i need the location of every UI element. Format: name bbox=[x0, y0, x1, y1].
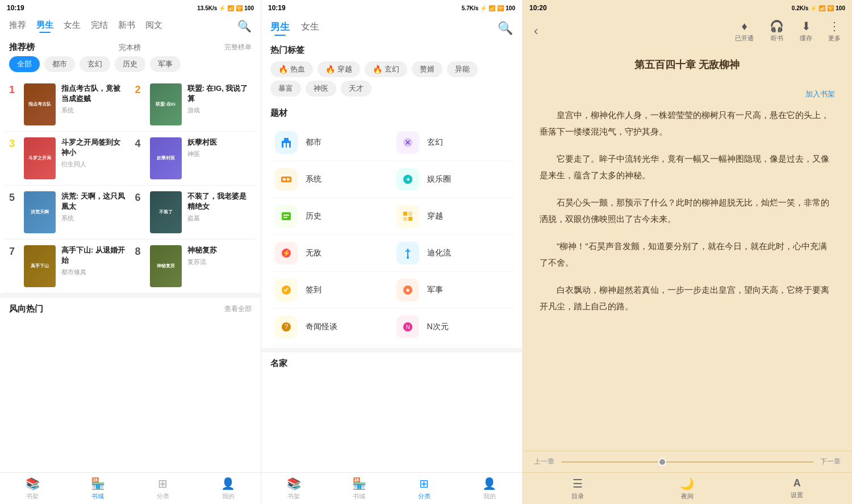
profile-icon-1: 👤 bbox=[221, 477, 235, 490]
genre-yulequan[interactable]: ✦ 娱乐圈 bbox=[392, 161, 513, 198]
tab-yuewen[interactable]: 阅文 bbox=[145, 20, 162, 33]
rank-link[interactable]: 完整榜单 bbox=[224, 43, 252, 52]
bookshelf-icon-2: 📚 bbox=[287, 477, 301, 490]
search-icon-2[interactable]: 🔍 bbox=[498, 21, 513, 36]
hot-tag-shenyi[interactable]: 神医 bbox=[306, 81, 336, 96]
chapter-title: 第五百四十章 无敌柳神 bbox=[540, 57, 835, 73]
status-icons-1: 13.5K/s ⚡ 📶 🛜 100 bbox=[197, 5, 254, 11]
rank-section-header: 推荐榜 完本榜 完整榜单 bbox=[0, 36, 261, 56]
book-cover-7: 高手下山 bbox=[24, 245, 56, 287]
nav-profile-1[interactable]: 👤 我的 bbox=[195, 477, 261, 501]
reading-nav-settings[interactable]: A 设置 bbox=[742, 477, 852, 499]
nav-bookstore-2[interactable]: 🏪 书城 bbox=[327, 477, 392, 501]
book-rank-1: 1 bbox=[9, 85, 18, 95]
book-item-7[interactable]: 7 高手下山 高手下山: 从退婚开始 都市修真 bbox=[5, 240, 131, 293]
nav-bookshelf-2[interactable]: 📚 书架 bbox=[261, 477, 327, 501]
filter-fantasy[interactable]: 玄幻 bbox=[80, 56, 110, 72]
genre-nciyuan[interactable]: N N次元 bbox=[392, 309, 513, 346]
genre-wudi[interactable]: ⚡ 无敌 bbox=[270, 235, 392, 272]
tab-recommend[interactable]: 推荐 bbox=[9, 20, 26, 33]
genre-name-dushi: 都市 bbox=[306, 137, 321, 148]
book-title-7: 高手下山: 从退婚开始 bbox=[61, 245, 126, 266]
hot-tag-baofu[interactable]: 暴富 bbox=[270, 81, 301, 96]
genre-qiwen[interactable]: ? 奇闻怪谈 bbox=[270, 309, 392, 346]
wind-section: 风向热门 查看全部 bbox=[0, 298, 261, 324]
hot-tag-yineng[interactable]: 异能 bbox=[447, 61, 478, 77]
tab-new[interactable]: 新书 bbox=[118, 20, 135, 33]
book-tag-2: 游戏 bbox=[187, 106, 252, 115]
book-item-4[interactable]: 4 妖孽村医 妖孽村医 神医 bbox=[131, 132, 257, 186]
tool-already-open[interactable]: ♦ 已开通 bbox=[735, 20, 754, 43]
tab-female-2[interactable]: 女生 bbox=[301, 21, 319, 35]
hot-tag-hotblood[interactable]: 🔥 热血 bbox=[270, 61, 313, 77]
hot-tag-zhuixu[interactable]: 赘婿 bbox=[412, 61, 442, 77]
genre-title: 题材 bbox=[270, 108, 513, 119]
reading-nav-night[interactable]: 🌙 夜间 bbox=[632, 477, 742, 501]
book-cover-3: 斗罗之开局 bbox=[24, 137, 56, 179]
tab-male[interactable]: 男生 bbox=[36, 20, 53, 33]
genre-qiandao[interactable]: ✔ 签到 bbox=[270, 272, 392, 309]
back-button[interactable]: ‹ bbox=[534, 24, 538, 39]
svg-rect-11 bbox=[282, 212, 291, 220]
panel2-scroll[interactable]: 热门标签 🔥 热血 🔥 穿越 🔥 玄幻 赘婿 异能 bbox=[261, 40, 522, 472]
status-bar-3: 10:20 0.2K/s ⚡ 📶 🛜 100 bbox=[523, 0, 852, 16]
tab-female[interactable]: 女生 bbox=[64, 20, 81, 33]
nav-profile-2[interactable]: 👤 我的 bbox=[457, 477, 522, 501]
join-bookshelf-btn[interactable]: 加入书架 bbox=[805, 90, 835, 98]
book-rank-4: 4 bbox=[135, 138, 144, 149]
tool-more[interactable]: ⋮ 更多 bbox=[828, 19, 841, 43]
hot-tag-label-0: 热血 bbox=[290, 64, 305, 74]
reading-nav-toc[interactable]: ☰ 目录 bbox=[523, 477, 632, 501]
search-icon-1[interactable]: 🔍 bbox=[237, 19, 252, 33]
profile-label-2: 我的 bbox=[483, 492, 496, 501]
hot-tag-xuanhuan[interactable]: 🔥 玄幻 bbox=[365, 61, 407, 77]
battery-icon-1: 100 bbox=[244, 5, 254, 11]
genre-junshi[interactable]: ★ 军事 bbox=[392, 272, 513, 309]
tab-male-2[interactable]: 男生 bbox=[270, 20, 290, 36]
genre-dihua[interactable]: 迪化流 bbox=[392, 235, 513, 272]
reading-content[interactable]: 第五百四十章 无敌柳神 加入书架 皇宫中，柳神化作人身，一株碧莹莹的柳树只有一尺… bbox=[523, 46, 852, 451]
headphone-icon: 🎧 bbox=[770, 19, 784, 33]
more-section-label: 名家 bbox=[261, 352, 522, 371]
nav-category-1[interactable]: ⊞ 分类 bbox=[131, 477, 196, 501]
book-item-2[interactable]: 2 联盟:在IG 联盟: 在IG, 我说了算 游戏 bbox=[131, 78, 257, 132]
hot-tags-section: 热门标签 🔥 热血 🔥 穿越 🔥 玄幻 赘婿 异能 bbox=[261, 40, 522, 102]
book-title-2: 联盟: 在IG, 我说了算 bbox=[187, 83, 252, 104]
genre-grid: 都市 ✕ 玄幻 系统 ✦ bbox=[270, 124, 513, 346]
reading-para-0: 皇宫中，柳神化作人身，一株碧莹莹的柳树只有一尺高，悬在它的头上，垂落下一缕缕混沌… bbox=[540, 107, 835, 140]
book-item-3[interactable]: 3 斗罗之开局 斗罗之开局签到女神小 衍生同人 bbox=[5, 132, 131, 186]
hot-tag-transmigration[interactable]: 🔥 穿越 bbox=[318, 61, 360, 77]
filter-urban[interactable]: 都市 bbox=[44, 56, 75, 72]
wind-link[interactable]: 查看全部 bbox=[224, 304, 252, 314]
genre-lishi[interactable]: 历史 bbox=[270, 198, 392, 235]
tool-label-more: 更多 bbox=[828, 34, 841, 43]
genre-xitong[interactable]: 系统 bbox=[270, 161, 392, 198]
genre-xuanhuan[interactable]: ✕ 玄幻 bbox=[392, 124, 513, 161]
svg-rect-15 bbox=[408, 217, 412, 221]
hot-tags-row-1: 🔥 热血 🔥 穿越 🔥 玄幻 赘婿 异能 bbox=[270, 61, 513, 77]
filter-history[interactable]: 历史 bbox=[115, 56, 145, 72]
tab-finished[interactable]: 完结 bbox=[91, 20, 108, 33]
svg-rect-6 bbox=[281, 177, 291, 182]
tool-listen[interactable]: 🎧 听书 bbox=[770, 19, 784, 43]
genre-dushi[interactable]: 都市 bbox=[270, 124, 392, 161]
book-item-1[interactable]: 1 指点考古队 指点考古队，竟被当成盗贼 系统 bbox=[5, 78, 131, 132]
svg-rect-17 bbox=[408, 212, 412, 216]
bookstore-label-2: 书城 bbox=[353, 492, 365, 501]
filter-military[interactable]: 军事 bbox=[150, 56, 181, 72]
bookshelf-icon-1: 📚 bbox=[26, 477, 40, 490]
filter-all[interactable]: 全部 bbox=[9, 56, 40, 72]
progress-thumb[interactable] bbox=[658, 458, 666, 466]
panel1-scroll[interactable]: 推荐榜 完本榜 完整榜单 全部 都市 玄幻 历史 军事 1 指点考古队 指点考古… bbox=[0, 36, 261, 472]
hot-tag-tiancai[interactable]: 天才 bbox=[341, 81, 371, 96]
nav-category-2[interactable]: ⊞ 分类 bbox=[392, 477, 457, 501]
nav-bookshelf-1[interactable]: 📚 书架 bbox=[0, 477, 65, 501]
book-item-8[interactable]: 8 神秘复苏 神秘复苏 复苏流 bbox=[131, 240, 257, 293]
book-item-6[interactable]: 6 不装了 不装了，我老婆是精绝女 盗墓 bbox=[131, 186, 257, 240]
genre-chuanyue[interactable]: 穿越 bbox=[392, 198, 513, 235]
progress-bar[interactable] bbox=[561, 461, 813, 463]
nav-bookstore-1[interactable]: 🏪 书城 bbox=[65, 477, 131, 501]
book-item-5[interactable]: 5 洪荒天啊 洪荒: 天啊，这只凤凰太 系统 bbox=[5, 186, 131, 240]
tool-cache[interactable]: ⬇ 缓存 bbox=[800, 19, 812, 43]
reading-header: ‹ ♦ 已开通 🎧 听书 ⬇ 缓存 ⋮ 更多 bbox=[523, 16, 852, 46]
